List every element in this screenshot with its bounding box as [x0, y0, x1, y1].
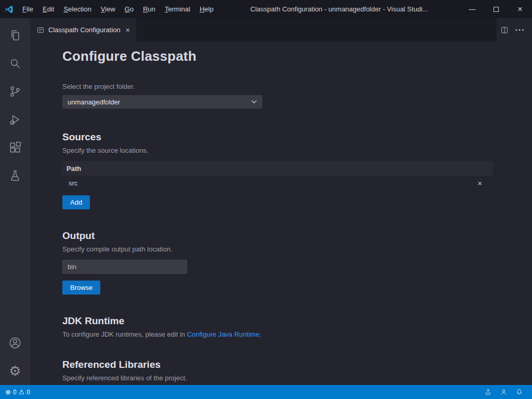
project-folder-select[interactable]: unmanagedfolder	[62, 95, 262, 109]
extensions-icon	[8, 141, 22, 154]
chevron-down-icon	[251, 100, 257, 104]
feedback-button[interactable]	[496, 385, 511, 399]
split-editor-button[interactable]	[497, 22, 512, 38]
tab-classpath-configuration[interactable]: Classpath Configuration ×	[30, 18, 136, 42]
remove-source-icon[interactable]: ×	[477, 179, 482, 187]
jdk-text-before: To configure JDK runtimes, please edit i…	[62, 330, 187, 338]
feedback-person-icon	[500, 388, 508, 396]
warnings-icon: ⚠	[19, 389, 25, 395]
tab-close-icon[interactable]: ×	[126, 26, 130, 34]
errors-count: 0	[13, 389, 17, 396]
editor-actions: ···	[497, 18, 532, 42]
status-bar: ⊗ 0 ⚠ 0	[0, 385, 532, 399]
configure-java-runtime-link[interactable]: Configure Java Runtime	[187, 330, 259, 338]
account-icon	[8, 336, 22, 350]
testing-flask-icon	[8, 169, 22, 182]
menu-bar: File Edit Selection View Go Run Terminal…	[18, 0, 218, 18]
sources-description: Specify the source locations.	[62, 147, 493, 154]
referenced-libraries-description: Specify referenced libraries of the proj…	[62, 374, 493, 382]
gear-icon: ⚙	[9, 364, 21, 378]
maximize-button[interactable]	[484, 0, 508, 18]
output-path-input[interactable]	[62, 260, 187, 274]
jdk-text-after: .	[259, 330, 261, 338]
close-button[interactable]: ×	[508, 0, 532, 18]
page-title: Configure Classpath	[62, 48, 493, 64]
classpath-config-icon	[36, 26, 45, 34]
source-row[interactable]: src ×	[62, 176, 493, 190]
files-icon	[8, 29, 22, 42]
menu-selection[interactable]: Selection	[59, 0, 96, 18]
jdk-runtime-title: JDK Runtime	[62, 315, 493, 327]
browse-button[interactable]: Browse	[62, 281, 100, 295]
sidebar-item-explorer[interactable]	[0, 21, 30, 49]
sidebar-item-extensions[interactable]	[0, 134, 30, 162]
bell-icon	[515, 388, 523, 396]
tab-bar: Classpath Configuration × ···	[30, 18, 532, 42]
menu-terminal[interactable]: Terminal	[160, 0, 195, 18]
add-source-button[interactable]: Add	[62, 195, 90, 209]
jdk-runtime-section: JDK Runtime To configure JDK runtimes, p…	[62, 315, 493, 338]
notifications-button[interactable]	[511, 385, 527, 399]
vscode-logo-icon	[0, 5, 18, 14]
project-folder-label: Select the project folder.	[62, 83, 493, 90]
sidebar-item-testing[interactable]	[0, 162, 30, 190]
share-icon	[484, 388, 492, 396]
split-editor-icon	[500, 26, 509, 34]
sources-section: Sources Specify the source locations. Pa…	[62, 131, 493, 209]
title-bar: File Edit Selection View Go Run Terminal…	[0, 0, 532, 18]
window-controls: — ×	[460, 0, 532, 18]
source-path: src	[69, 179, 77, 187]
minimize-button[interactable]: —	[460, 0, 484, 18]
sidebar-item-accounts[interactable]	[0, 329, 30, 357]
problems-status[interactable]: ⊗ 0 ⚠ 0	[5, 389, 30, 396]
menu-file[interactable]: File	[18, 0, 38, 18]
referenced-libraries-section: Referenced Libraries Specify referenced …	[62, 359, 493, 382]
source-control-icon	[8, 85, 22, 98]
jdk-runtime-text: To configure JDK runtimes, please edit i…	[62, 330, 493, 338]
run-debug-icon	[8, 113, 22, 126]
activity-bar: ⚙	[0, 18, 30, 385]
output-title: Output	[62, 230, 493, 242]
sidebar-item-settings[interactable]: ⚙	[0, 357, 30, 385]
search-icon	[8, 57, 22, 70]
sources-table: Path src ×	[62, 161, 493, 190]
sources-column-header: Path	[62, 161, 493, 176]
menu-go[interactable]: Go	[120, 0, 138, 18]
maximize-icon	[494, 7, 499, 12]
window-title: Classpath Configuration - unmanagedfolde…	[218, 5, 460, 13]
more-actions-button[interactable]: ···	[512, 22, 528, 38]
sidebar-item-run-debug[interactable]	[0, 105, 30, 134]
tab-label: Classpath Configuration	[48, 26, 121, 34]
referenced-libraries-title: Referenced Libraries	[62, 359, 493, 370]
menu-edit[interactable]: Edit	[38, 0, 59, 18]
menu-help[interactable]: Help	[195, 0, 218, 18]
sidebar-item-source-control[interactable]	[0, 77, 30, 105]
share-button[interactable]	[480, 385, 496, 399]
classpath-configuration-page: Configure Classpath Select the project f…	[30, 42, 532, 385]
sources-title: Sources	[62, 131, 493, 143]
project-folder-value: unmanagedfolder	[68, 98, 120, 106]
output-section: Output Specify compile output path locat…	[62, 230, 493, 295]
vscode-window: File Edit Selection View Go Run Terminal…	[0, 0, 532, 399]
errors-icon: ⊗	[5, 389, 11, 395]
output-description: Specify compile output path location.	[62, 245, 493, 253]
menu-run[interactable]: Run	[138, 0, 160, 18]
menu-view[interactable]: View	[96, 0, 120, 18]
sidebar-item-search[interactable]	[0, 49, 30, 77]
warnings-count: 0	[26, 389, 30, 396]
